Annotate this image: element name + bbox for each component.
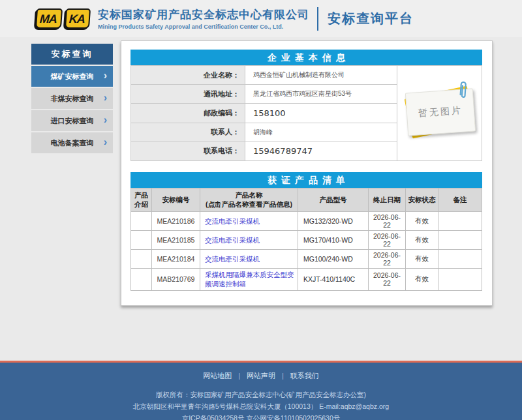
cell-model: MG100/240-WD [298,250,369,269]
maka-logo[interactable]: MA KA [36,8,90,29]
footer-address: 北京朝阳区和平里青年沟路5号煤科总院安科大厦（100013） E-mail:aq… [0,402,522,412]
sidebar-item-label: 进口安标查询 [51,116,94,126]
cell-name: 交流电牵引采煤机 [200,250,298,269]
footer-link-statement[interactable]: 网站声明 [247,372,275,380]
table-row: 联系电话： 15946789747 [131,142,397,160]
cell-end-date: 2026-06-22 [369,269,406,290]
cell-end-date: 2026-06-22 [369,212,406,231]
cell-model: KXJT-410/1140C [298,269,369,290]
sidebar-item-label: 非煤安标查询 [51,94,94,104]
cell-name: 交流电牵引采煤机 [200,231,298,250]
table-row: 企业名称： 鸡西金恒矿山机械制造有限公司 [131,66,397,85]
platform-title: 安标查询平台 [328,10,414,27]
header-divider [317,7,318,31]
cell-intro [131,231,152,250]
cell-status: 有效 [406,269,438,290]
cell-code: MEA210186 [152,212,200,231]
table-row: MEA210184 交流电牵引采煤机 MG100/240-WD 2026-06-… [131,250,482,269]
product-section-title: 获证产品清单 [130,172,482,188]
table-row: MEA210185 交流电牵引采煤机 MG170/410-WD 2026-06-… [131,231,482,250]
footer-separator: | [238,372,240,380]
product-list-table: 产品介绍 安标编号 产品名称 (点击产品名称查看产品信息) 产品型号 终止日期 … [130,188,482,291]
col-header-name-line2: (点击产品名称查看产品信息) [202,200,296,209]
sidebar-item-label: 电池备案查询 [51,138,94,148]
cell-name: 交流电牵引采煤机 [200,212,298,231]
col-header-name: 产品名称 (点击产品名称查看产品信息) [200,188,298,212]
product-name-link[interactable]: 采煤机用隔爆兼本质安全型变频调速控制箱 [205,271,294,288]
cell-remark [438,231,482,250]
col-header-name-line1: 产品名称 [202,191,296,200]
table-row: 通讯地址： 黑龙江省鸡西市鸡冠区南星街53号 [131,85,397,104]
table-row: 邮政编码： 158100 [131,104,397,123]
site-footer: 网站地图|网站声明|联系我们 版权所有：安标国家矿用产品安全标志中心(矿用产品安… [0,361,522,420]
field-value-contact: 胡海峰 [245,123,397,142]
field-label-company-name: 企业名称： [131,66,245,85]
field-label-postcode: 邮政编码： [131,104,245,123]
cell-code: MEA210185 [152,231,200,250]
cell-remark [438,212,482,231]
product-name-link[interactable]: 交流电牵引采煤机 [205,255,260,263]
table-row: MAB210769 采煤机用隔爆兼本质安全型变频调速控制箱 KXJT-410/1… [131,269,482,290]
product-name-link[interactable]: 交流电牵引采煤机 [205,217,260,225]
logo-tag-ma: MA [35,8,63,29]
footer-links: 网站地图|网站声明|联系我们 [0,363,522,381]
field-label-address: 通讯地址： [131,85,245,104]
header-titles: 安标国家矿用产品安全标志中心有限公司 Mining Products Safet… [98,7,309,30]
enterprise-info-section: 企业基本信息 企业名称： 鸡西金恒矿山机械制造有限公司 通讯地址： 黑龙江省鸡西… [130,50,482,161]
content-panel: 企业基本信息 企业名称： 鸡西金恒矿山机械制造有限公司 通讯地址： 黑龙江省鸡西… [121,40,493,306]
enterprise-section-title: 企业基本信息 [130,50,482,65]
org-title-en: Mining Products Safety Approval and Cert… [98,23,309,30]
col-header-code: 安标编号 [152,188,200,212]
cell-end-date: 2026-06-22 [369,250,406,269]
table-header-row: 产品介绍 安标编号 产品名称 (点击产品名称查看产品信息) 产品型号 终止日期 … [131,188,482,212]
chevron-right-icon: › [104,115,107,125]
col-header-end-date: 终止日期 [369,188,406,212]
cell-intro [131,269,152,290]
org-title-cn: 安标国家矿用产品安全标志中心有限公司 [98,7,309,22]
chevron-right-icon: › [104,137,107,147]
sidebar-nav: 安标查询 煤矿安标查询 › 非煤安标查询 › 进口安标查询 › 电池备案查询 › [31,44,113,153]
sidebar-item-coal-query[interactable]: 煤矿安标查询 › [31,66,113,87]
cell-code: MEA210184 [152,250,200,269]
field-label-phone: 联系电话： [131,142,245,160]
cell-status: 有效 [406,231,438,250]
field-value-phone: 15946789747 [245,142,397,160]
footer-icp: 京ICP备05034258号 京公网安备11010502025630号 [0,414,522,420]
field-value-company-name: 鸡西金恒矿山机械制造有限公司 [245,66,397,85]
sidebar-item-label: 煤矿安标查询 [51,72,94,82]
col-header-remark: 备注 [438,188,482,212]
sidebar-header: 安标查询 [31,44,113,65]
company-image-placeholder: 暂无图片 [397,65,482,161]
field-value-address: 黑龙江省鸡西市鸡冠区南星街53号 [245,85,397,104]
cell-name: 采煤机用隔爆兼本质安全型变频调速控制箱 [200,269,298,290]
paperclip-icon [457,79,469,100]
field-label-contact: 联系人： [131,123,245,142]
table-row: MEA210186 交流电牵引采煤机 MG132/320-WD 2026-06-… [131,212,482,231]
footer-link-sitemap[interactable]: 网站地图 [203,372,232,380]
sidebar-item-noncoal-query[interactable]: 非煤安标查询 › [31,88,113,109]
sidebar-item-import-query[interactable]: 进口安标查询 › [31,110,113,131]
enterprise-info-table: 企业名称： 鸡西金恒矿山机械制造有限公司 通讯地址： 黑龙江省鸡西市鸡冠区南星街… [130,65,397,161]
page-body: 安标查询 煤矿安标查询 › 非煤安标查询 › 进口安标查询 › 电池备案查询 ›… [0,37,522,361]
footer-separator: | [282,372,284,380]
footer-link-contact[interactable]: 联系我们 [290,372,319,380]
cell-model: MG132/320-WD [298,212,369,231]
footer-copyright: 版权所有：安标国家矿用产品安全标志中心(矿用产品安全标志办公室) [0,391,522,400]
cell-status: 有效 [406,250,438,269]
no-image-text: 暂无图片 [418,105,463,120]
cell-intro [131,212,152,231]
product-list-section: 获证产品清单 产品介绍 安标编号 产品名称 (点击产品名称查看产品信息) 产品型… [130,172,482,291]
col-header-model: 产品型号 [298,188,369,212]
sidebar-item-battery-query[interactable]: 电池备案查询 › [31,132,113,153]
table-row: 联系人： 胡海峰 [131,123,397,142]
cell-end-date: 2026-06-22 [369,231,406,250]
chevron-right-icon: › [104,70,107,81]
cell-intro [131,250,152,269]
logo-tag-ka: KA [65,8,91,29]
field-value-postcode: 158100 [245,104,397,123]
cell-model: MG170/410-WD [298,231,369,250]
no-image-graphic: 暂无图片 [407,89,474,135]
cell-status: 有效 [406,212,438,231]
product-name-link[interactable]: 交流电牵引采煤机 [205,236,260,244]
cell-remark [438,269,482,290]
